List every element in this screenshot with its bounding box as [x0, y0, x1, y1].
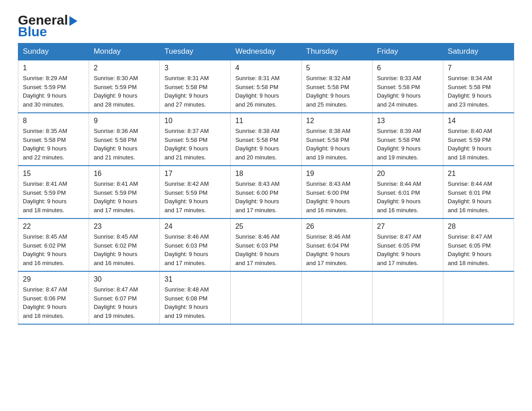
- calendar-day-30: 30Sunrise: 8:47 AM Sunset: 6:07 PM Dayli…: [89, 271, 160, 324]
- calendar-day-19: 19Sunrise: 8:43 AM Sunset: 6:00 PM Dayli…: [301, 166, 372, 218]
- logo: General Blue: [18, 13, 77, 39]
- calendar-day-11: 11Sunrise: 8:38 AM Sunset: 5:58 PM Dayli…: [231, 113, 301, 166]
- calendar-day-9: 9Sunrise: 8:36 AM Sunset: 5:58 PM Daylig…: [89, 113, 160, 166]
- weekday-header-tuesday: Tuesday: [160, 43, 231, 60]
- day-number: 20: [377, 170, 438, 178]
- day-number: 23: [94, 223, 155, 231]
- day-number: 15: [23, 170, 84, 178]
- day-info: Sunrise: 8:38 AM Sunset: 5:58 PM Dayligh…: [235, 127, 296, 162]
- day-info: Sunrise: 8:34 AM Sunset: 5:58 PM Dayligh…: [448, 74, 509, 109]
- day-number: 28: [448, 223, 509, 231]
- weekday-header-thursday: Thursday: [301, 43, 372, 60]
- day-number: 31: [164, 275, 226, 283]
- weekday-header-monday: Monday: [89, 43, 160, 60]
- day-number: 7: [448, 64, 509, 72]
- calendar-empty-cell: [372, 271, 443, 324]
- day-number: 17: [164, 170, 226, 178]
- calendar-day-1: 1Sunrise: 8:29 AM Sunset: 5:59 PM Daylig…: [18, 60, 89, 113]
- calendar-day-6: 6Sunrise: 8:33 AM Sunset: 5:58 PM Daylig…: [372, 60, 443, 113]
- day-number: 5: [306, 64, 368, 72]
- day-info: Sunrise: 8:46 AM Sunset: 6:03 PM Dayligh…: [164, 232, 226, 267]
- day-info: Sunrise: 8:40 AM Sunset: 5:59 PM Dayligh…: [448, 127, 509, 162]
- day-info: Sunrise: 8:29 AM Sunset: 5:59 PM Dayligh…: [23, 74, 84, 109]
- day-info: Sunrise: 8:45 AM Sunset: 6:02 PM Dayligh…: [23, 232, 84, 267]
- day-number: 21: [448, 170, 509, 178]
- calendar-day-18: 18Sunrise: 8:43 AM Sunset: 6:00 PM Dayli…: [231, 166, 301, 218]
- calendar-day-16: 16Sunrise: 8:41 AM Sunset: 5:59 PM Dayli…: [89, 166, 160, 218]
- day-info: Sunrise: 8:44 AM Sunset: 6:01 PM Dayligh…: [448, 180, 509, 214]
- day-info: Sunrise: 8:33 AM Sunset: 5:58 PM Dayligh…: [377, 74, 438, 109]
- day-number: 11: [235, 117, 296, 125]
- day-info: Sunrise: 8:37 AM Sunset: 5:58 PM Dayligh…: [164, 127, 226, 162]
- calendar-day-8: 8Sunrise: 8:35 AM Sunset: 5:58 PM Daylig…: [18, 113, 89, 166]
- page-header: General Blue: [18, 13, 514, 39]
- weekday-header-saturday: Saturday: [443, 43, 514, 60]
- calendar-week-row: 29Sunrise: 8:47 AM Sunset: 6:06 PM Dayli…: [18, 271, 514, 324]
- day-info: Sunrise: 8:46 AM Sunset: 6:04 PM Dayligh…: [306, 232, 368, 267]
- day-info: Sunrise: 8:47 AM Sunset: 6:05 PM Dayligh…: [377, 232, 438, 267]
- calendar-day-29: 29Sunrise: 8:47 AM Sunset: 6:06 PM Dayli…: [18, 271, 89, 324]
- calendar-day-28: 28Sunrise: 8:47 AM Sunset: 6:05 PM Dayli…: [443, 218, 514, 271]
- day-info: Sunrise: 8:42 AM Sunset: 5:59 PM Dayligh…: [164, 180, 226, 214]
- day-number: 9: [94, 117, 155, 125]
- day-info: Sunrise: 8:43 AM Sunset: 6:00 PM Dayligh…: [235, 180, 296, 214]
- calendar-day-15: 15Sunrise: 8:41 AM Sunset: 5:59 PM Dayli…: [18, 166, 89, 218]
- day-info: Sunrise: 8:43 AM Sunset: 6:00 PM Dayligh…: [306, 180, 368, 214]
- day-info: Sunrise: 8:36 AM Sunset: 5:58 PM Dayligh…: [94, 127, 155, 162]
- calendar-day-22: 22Sunrise: 8:45 AM Sunset: 6:02 PM Dayli…: [18, 218, 89, 271]
- day-number: 19: [306, 170, 368, 178]
- logo-arrow-icon: [69, 16, 77, 26]
- day-number: 26: [306, 223, 368, 231]
- calendar-day-24: 24Sunrise: 8:46 AM Sunset: 6:03 PM Dayli…: [160, 218, 231, 271]
- day-info: Sunrise: 8:31 AM Sunset: 5:58 PM Dayligh…: [235, 74, 296, 109]
- calendar-day-10: 10Sunrise: 8:37 AM Sunset: 5:58 PM Dayli…: [160, 113, 231, 166]
- day-info: Sunrise: 8:45 AM Sunset: 6:02 PM Dayligh…: [94, 232, 155, 267]
- day-number: 18: [235, 170, 296, 178]
- day-info: Sunrise: 8:38 AM Sunset: 5:58 PM Dayligh…: [306, 127, 368, 162]
- calendar-empty-cell: [231, 271, 301, 324]
- calendar-day-17: 17Sunrise: 8:42 AM Sunset: 5:59 PM Dayli…: [160, 166, 231, 218]
- calendar-day-7: 7Sunrise: 8:34 AM Sunset: 5:58 PM Daylig…: [443, 60, 514, 113]
- weekday-header-sunday: Sunday: [18, 43, 89, 60]
- logo-blue-text: Blue: [18, 25, 77, 39]
- calendar-table: SundayMondayTuesdayWednesdayThursdayFrid…: [18, 43, 514, 325]
- day-info: Sunrise: 8:46 AM Sunset: 6:03 PM Dayligh…: [235, 232, 296, 267]
- calendar-day-27: 27Sunrise: 8:47 AM Sunset: 6:05 PM Dayli…: [372, 218, 443, 271]
- weekday-header-friday: Friday: [372, 43, 443, 60]
- day-info: Sunrise: 8:44 AM Sunset: 6:01 PM Dayligh…: [377, 180, 438, 214]
- calendar-empty-cell: [301, 271, 372, 324]
- calendar-day-25: 25Sunrise: 8:46 AM Sunset: 6:03 PM Dayli…: [231, 218, 301, 271]
- day-info: Sunrise: 8:48 AM Sunset: 6:08 PM Dayligh…: [164, 285, 226, 320]
- day-number: 8: [23, 117, 84, 125]
- day-info: Sunrise: 8:35 AM Sunset: 5:58 PM Dayligh…: [23, 127, 84, 162]
- calendar-day-5: 5Sunrise: 8:32 AM Sunset: 5:58 PM Daylig…: [301, 60, 372, 113]
- weekday-header-wednesday: Wednesday: [231, 43, 301, 60]
- calendar-day-2: 2Sunrise: 8:30 AM Sunset: 5:59 PM Daylig…: [89, 60, 160, 113]
- day-number: 2: [94, 64, 155, 72]
- day-number: 24: [164, 223, 226, 231]
- day-number: 4: [235, 64, 296, 72]
- calendar-day-21: 21Sunrise: 8:44 AM Sunset: 6:01 PM Dayli…: [443, 166, 514, 218]
- calendar-day-31: 31Sunrise: 8:48 AM Sunset: 6:08 PM Dayli…: [160, 271, 231, 324]
- day-number: 30: [94, 275, 155, 283]
- day-number: 22: [23, 223, 84, 231]
- calendar-week-row: 15Sunrise: 8:41 AM Sunset: 5:59 PM Dayli…: [18, 166, 514, 218]
- day-number: 3: [164, 64, 226, 72]
- day-info: Sunrise: 8:31 AM Sunset: 5:58 PM Dayligh…: [164, 74, 226, 109]
- calendar-day-26: 26Sunrise: 8:46 AM Sunset: 6:04 PM Dayli…: [301, 218, 372, 271]
- day-number: 1: [23, 64, 84, 72]
- svg-marker-0: [69, 16, 77, 26]
- day-number: 12: [306, 117, 368, 125]
- day-info: Sunrise: 8:30 AM Sunset: 5:59 PM Dayligh…: [94, 74, 155, 109]
- calendar-day-12: 12Sunrise: 8:38 AM Sunset: 5:58 PM Dayli…: [301, 113, 372, 166]
- calendar-week-row: 1Sunrise: 8:29 AM Sunset: 5:59 PM Daylig…: [18, 60, 514, 113]
- day-info: Sunrise: 8:39 AM Sunset: 5:58 PM Dayligh…: [377, 127, 438, 162]
- calendar-week-row: 8Sunrise: 8:35 AM Sunset: 5:58 PM Daylig…: [18, 113, 514, 166]
- day-info: Sunrise: 8:41 AM Sunset: 5:59 PM Dayligh…: [23, 180, 84, 214]
- calendar-day-23: 23Sunrise: 8:45 AM Sunset: 6:02 PM Dayli…: [89, 218, 160, 271]
- weekday-header-row: SundayMondayTuesdayWednesdayThursdayFrid…: [18, 43, 514, 60]
- calendar-empty-cell: [443, 271, 514, 324]
- calendar-day-13: 13Sunrise: 8:39 AM Sunset: 5:58 PM Dayli…: [372, 113, 443, 166]
- calendar-day-14: 14Sunrise: 8:40 AM Sunset: 5:59 PM Dayli…: [443, 113, 514, 166]
- day-number: 27: [377, 223, 438, 231]
